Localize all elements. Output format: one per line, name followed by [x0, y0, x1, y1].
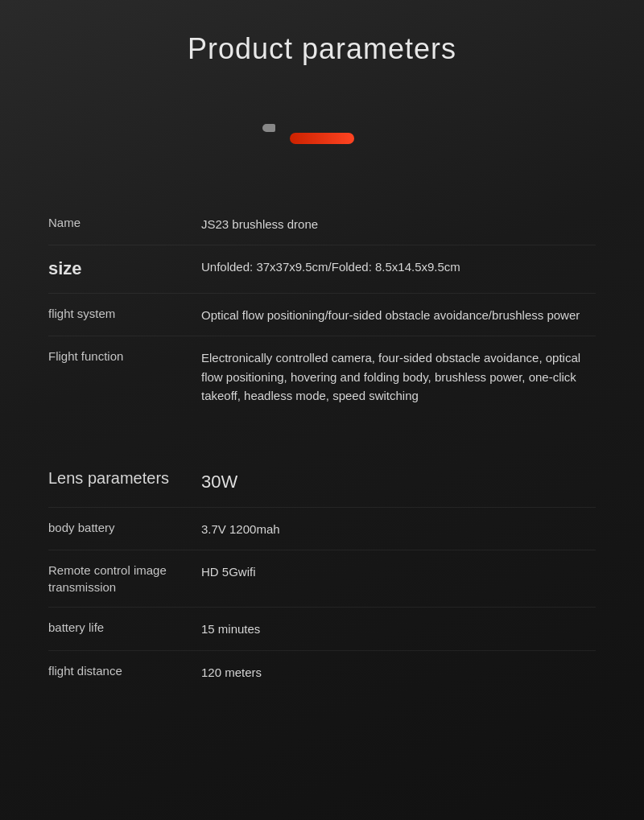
param-row-flight-distance: flight distance 120 meters [48, 651, 596, 693]
section-divider [48, 416, 596, 448]
param-row-flight-function: Flight function Electronically controlle… [48, 336, 596, 416]
param-row-remote: Remote control image transmission HD 5Gw… [48, 550, 596, 608]
param-label-flight-distance: flight distance [48, 662, 201, 679]
param-label-size: size [48, 257, 201, 282]
param-value-size: Unfolded: 37x37x9.5cm/Folded: 8.5x14.5x9… [201, 257, 596, 276]
param-label-battery: body battery [48, 519, 201, 536]
param-row-size: size Unfolded: 37x37x9.5cm/Folded: 8.5x1… [48, 245, 596, 294]
param-label-battery-life: battery life [48, 619, 201, 636]
page-title: Product parameters [48, 32, 596, 66]
param-row-lens: Lens parameters 30W [48, 456, 596, 508]
param-label-lens: Lens parameters [48, 468, 201, 488]
param-row-flight-system: flight system Optical flow positioning/f… [48, 294, 596, 336]
param-value-lens: 30W [201, 468, 596, 496]
param-value-flight-system: Optical flow positioning/four-sided obst… [201, 305, 596, 324]
drone-image-area [48, 90, 596, 187]
param-value-battery: 3.7V 1200mah [201, 519, 596, 538]
drone-icon [274, 122, 370, 155]
drone-body [290, 133, 354, 144]
param-value-battery-life: 15 minutes [201, 619, 596, 638]
param-row-battery-life: battery life 15 minutes [48, 608, 596, 650]
param-label-flight-system: flight system [48, 305, 201, 322]
param-value-name: JS23 brushless drone [201, 214, 596, 233]
param-value-flight-distance: 120 meters [201, 662, 596, 682]
param-label-name: Name [48, 214, 201, 231]
param-value-remote: HD 5Gwifi [201, 562, 596, 581]
drone-nose [262, 124, 275, 132]
page-wrapper: Product parameters Name JS23 brushless d… [0, 0, 644, 820]
params-table-2: Lens parameters 30W body battery 3.7V 12… [48, 456, 596, 693]
param-label-flight-function: Flight function [48, 348, 201, 365]
params-table-1: Name JS23 brushless drone size Unfolded:… [48, 203, 596, 416]
param-label-remote: Remote control image transmission [48, 562, 201, 595]
param-row-name: Name JS23 brushless drone [48, 203, 596, 245]
param-row-battery: body battery 3.7V 1200mah [48, 508, 596, 550]
param-value-flight-function: Electronically controlled camera, four-s… [201, 348, 596, 405]
